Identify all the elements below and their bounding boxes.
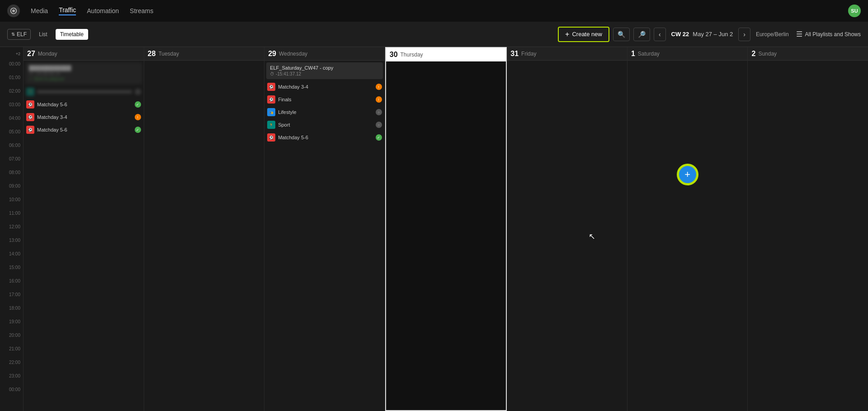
time-slot: 02:00 <box>0 88 23 101</box>
saturday-body: + <box>627 61 748 411</box>
zoom-out-button[interactable]: 🔍 <box>613 28 630 41</box>
list-tab[interactable]: List <box>34 29 52 40</box>
wednesday-main-card[interactable]: ELF_Saturday_CW47 - copy ⏱ -15:41:37.12 <box>266 62 383 79</box>
week-info: CW 22 May 27 – Jun 2 <box>670 31 735 38</box>
saturday-header: 1 Saturday <box>627 47 748 61</box>
time-slot: 10:00 <box>0 196 23 210</box>
time-slot: 14:00 <box>0 250 23 264</box>
thursday-header: 30 Thursday <box>386 48 506 61</box>
wednesday-name: Wednesday <box>279 51 307 57</box>
top-nav: Media Traffic Automation Streams SU <box>0 0 868 22</box>
elf-selector[interactable]: ⇅ ELF <box>7 29 31 40</box>
wednesday-num: 29 <box>268 50 276 58</box>
sunday-body <box>748 61 868 411</box>
list-lines-icon: ☰ <box>796 30 802 38</box>
time-slot: 08:00 <box>0 169 23 183</box>
tuesday-body <box>144 61 264 411</box>
nav-media[interactable]: Media <box>31 7 48 14</box>
time-slot: 18:00 <box>0 305 23 318</box>
matchday-icon-3: ⚽ <box>26 126 34 134</box>
time-slot: 11:00 <box>0 210 23 223</box>
saturday-name: Saturday <box>638 51 660 57</box>
week-label: CW 22 <box>671 31 689 38</box>
time-slot: 23:00 <box>0 373 23 386</box>
sunday-num: 2 <box>751 50 755 58</box>
monday-matchday56-2[interactable]: ⚽ Matchday 5-6 ✓ <box>25 124 142 136</box>
logo <box>7 5 20 17</box>
status-warning-1: ! <box>135 114 141 120</box>
day-tuesday: 28 Tuesday <box>144 47 265 411</box>
saturday-num: 1 <box>631 50 635 58</box>
prev-week-button[interactable]: ‹ <box>654 28 666 41</box>
friday-num: 31 <box>510 50 519 58</box>
wed-finals[interactable]: ⚽ Finals ! <box>266 94 383 105</box>
toolbar: ⇅ ELF List Timetable + Create new 🔍 🔎 ‹ … <box>0 22 868 47</box>
matchday56-label-1: Matchday 5-6 <box>37 102 132 107</box>
day-friday: 31 Friday <box>507 47 627 411</box>
time-slot: 06:00 <box>0 142 23 156</box>
all-playlists-button[interactable]: ☰ All Playlists and Shows <box>796 30 861 38</box>
plus-icon: + <box>565 31 569 38</box>
time-slots: 00:0001:0002:0003:0004:0005:0006:0007:00… <box>0 61 23 400</box>
day-sunday: 2 Sunday <box>748 47 868 411</box>
svg-point-0 <box>12 9 15 12</box>
day-monday: 27 Monday ████████████ ⏱ -14:39:09.14 ✓ … <box>24 47 144 411</box>
monday-blurred-playlist[interactable]: 🏃 <box>25 86 142 98</box>
create-new-button[interactable]: + Create new <box>558 27 609 42</box>
monday-header: 27 Monday <box>24 47 144 61</box>
wed-matchday56[interactable]: ⚽ Matchday 5-6 ✓ <box>266 132 383 143</box>
monday-matchday34[interactable]: ⚽ Matchday 3-4 ! <box>25 111 142 123</box>
time-column: +2 00:0001:0002:0003:0004:0005:0006:0007… <box>0 47 24 411</box>
time-slot: 00:00 <box>0 386 23 400</box>
nav-traffic[interactable]: Traffic <box>59 6 76 15</box>
user-avatar: SU <box>848 5 861 17</box>
tuesday-name: Tuesday <box>158 51 179 57</box>
next-week-button[interactable]: › <box>738 28 750 41</box>
sunday-header: 2 Sunday <box>748 47 868 61</box>
time-slot: 03:00 <box>0 101 23 115</box>
status-ok-2: ✓ <box>135 127 141 133</box>
monday-matchday56-1[interactable]: ⚽ Matchday 5-6 ✓ <box>25 99 142 110</box>
status-ok-1: ✓ <box>135 101 141 108</box>
time-slot: 04:00 <box>0 115 23 128</box>
time-slot: 01:00 <box>0 74 23 88</box>
friday-name: Friday <box>521 51 536 57</box>
timetable-tab[interactable]: Timetable <box>56 29 88 40</box>
matchday-icon-1: ⚽ <box>26 100 34 109</box>
sunday-name: Sunday <box>758 51 777 57</box>
time-slot: 17:00 <box>0 291 23 305</box>
plus-2-indicator: +2 <box>16 52 20 56</box>
tuesday-header: 28 Tuesday <box>144 47 264 61</box>
date-range: May 27 – Jun 2 <box>693 31 733 38</box>
thursday-name: Thursday <box>401 52 423 58</box>
time-slot: 00:00 <box>0 61 23 74</box>
add-event-button-saturday[interactable]: + <box>678 165 698 184</box>
tuesday-num: 28 <box>148 50 156 58</box>
time-slot: 19:00 <box>0 318 23 332</box>
zoom-in-button[interactable]: 🔎 <box>633 28 650 41</box>
wednesday-header: 29 Wednesday <box>264 47 385 61</box>
monday-main-card[interactable]: ████████████ ⏱ -14:39:09.14 ✓ Sent to pl… <box>25 62 142 84</box>
wed-matchday34[interactable]: ⚽ Matchday 3-4 ! <box>266 81 383 93</box>
day-wednesday: 29 Wednesday ELF_Saturday_CW47 - copy ⏱ … <box>264 47 385 411</box>
thursday-body <box>386 61 506 410</box>
days-container: 27 Monday ████████████ ⏱ -14:39:09.14 ✓ … <box>24 47 868 411</box>
nav-automation[interactable]: Automation <box>87 7 119 14</box>
app-container: Media Traffic Automation Streams SU ⇅ EL… <box>0 0 868 411</box>
timezone-label: Europe/Berlin <box>756 31 789 38</box>
time-slot: 20:00 <box>0 332 23 345</box>
wed-sport[interactable]: 🏃 Sport ○ <box>266 119 383 131</box>
monday-num: 27 <box>27 50 35 58</box>
time-slot: 16:00 <box>0 278 23 291</box>
time-slot: 13:00 <box>0 237 23 250</box>
friday-body <box>507 61 627 411</box>
nav-streams[interactable]: Streams <box>130 7 153 14</box>
time-slot: 05:00 <box>0 128 23 142</box>
time-slot: 15:00 <box>0 264 23 278</box>
wednesday-body: ELF_Saturday_CW47 - copy ⏱ -15:41:37.12 … <box>264 61 385 411</box>
matchday34-label: Matchday 3-4 <box>37 114 132 120</box>
wed-lifestyle[interactable]: 🎭 Lifestyle ○ <box>266 106 383 118</box>
monday-body: ████████████ ⏱ -14:39:09.14 ✓ Sent to pl… <box>24 61 144 411</box>
time-slot: 22:00 <box>0 359 23 373</box>
time-slot: 12:00 <box>0 223 23 237</box>
